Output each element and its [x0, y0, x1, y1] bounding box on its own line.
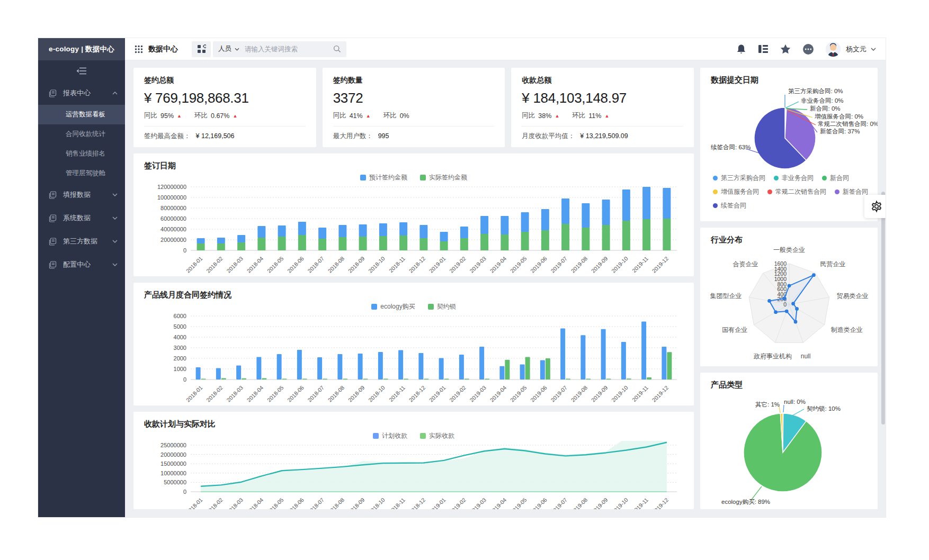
sidebar-item-sales-ranking[interactable]: 销售业绩排名 — [38, 144, 125, 164]
sidebar-item-data-entry[interactable]: 填报数据 — [38, 183, 125, 206]
svg-text:2019-08: 2019-08 — [570, 496, 589, 509]
notifications-bell-icon[interactable] — [736, 44, 746, 55]
grouped-bar-chart-canvas[interactable]: 01000200030004000500060002018-012018-022… — [144, 312, 683, 405]
svg-text:政府事业机构: 政府事业机构 — [754, 353, 792, 360]
documents-icon — [49, 238, 57, 246]
svg-text:5000: 5000 — [174, 323, 186, 330]
legend-swatch — [713, 203, 718, 208]
svg-text:2018-09: 2018-09 — [347, 255, 366, 274]
svg-text:2019-08: 2019-08 — [570, 255, 589, 274]
documents-icon — [49, 89, 57, 97]
chevron-down-icon — [112, 216, 118, 220]
pie-callout-label: 续签合同: 63% — [711, 143, 751, 151]
svg-text:2018-12: 2018-12 — [408, 384, 427, 403]
area-line-chart-canvas[interactable]: 0500000010000000150000002000000025000000… — [144, 441, 683, 509]
svg-text:2018-12: 2018-12 — [408, 255, 427, 274]
sidebar-item-report-center[interactable]: 报表中心 — [38, 82, 125, 105]
svg-text:2019-11: 2019-11 — [631, 255, 649, 274]
more-options-icon[interactable] — [802, 43, 814, 55]
chevron-down-icon[interactable] — [871, 48, 876, 51]
favorite-star-icon[interactable] — [780, 44, 791, 54]
svg-text:2018-11: 2018-11 — [388, 496, 406, 509]
svg-text:2019-07: 2019-07 — [549, 496, 568, 509]
svg-text:2019-05: 2019-05 — [509, 496, 528, 509]
sidebar-item-management-cockpit[interactable]: 管理层驾驶舱 — [38, 164, 125, 183]
svg-text:2018-09: 2018-09 — [347, 384, 366, 403]
sidebar-item-operations-dashboard[interactable]: 运营数据看板 — [38, 105, 125, 124]
svg-text:2018-09: 2018-09 — [347, 496, 366, 509]
svg-text:2018-07: 2018-07 — [306, 255, 325, 274]
chart-legend: ecology购买契约锁 — [144, 301, 683, 312]
legend-item[interactable]: ecology购买 — [371, 302, 415, 311]
pie-chart-canvas[interactable]: 第三方采购合同: 0%非业务合同: 0%新合同: 0%增值服务合同: 0%常规二… — [700, 87, 878, 172]
svg-text:2019-06: 2019-06 — [529, 384, 548, 403]
search-category-select[interactable]: 人员 — [218, 44, 231, 53]
kpi-value: ¥ 769,198,868.31 — [144, 90, 306, 106]
dashboard-content: 签约总额 ¥ 769,198,868.31 同比95%▲ 环比0.67%▲ 签约… — [125, 60, 886, 517]
svg-text:2019-01: 2019-01 — [428, 384, 447, 403]
radar-chart-canvas[interactable]: 16001400120010008006004002000一般类企业民营企业贸易… — [700, 245, 878, 366]
legend-item[interactable]: 实际收款 — [420, 431, 454, 440]
svg-text:25000000: 25000000 — [160, 442, 186, 448]
module-switcher-button[interactable] — [192, 41, 211, 57]
sidebar-item-system-data[interactable]: 系统数据 — [38, 206, 125, 230]
legend-item[interactable]: 续签合同 — [713, 201, 746, 210]
dashboard-layout-icon[interactable] — [758, 44, 769, 53]
sidebar-item-config-center[interactable]: 配置中心 — [38, 253, 125, 276]
svg-text:2018-10: 2018-10 — [367, 384, 386, 403]
svg-text:2019-11: 2019-11 — [631, 496, 649, 509]
pie-callout-label: 新合同: 0% — [810, 105, 841, 113]
svg-text:2018-03: 2018-03 — [225, 496, 244, 509]
svg-text:2018-01: 2018-01 — [185, 255, 204, 274]
sidebar-item-contract-collection-stats[interactable]: 合同收款统计 — [38, 124, 125, 144]
search-input[interactable] — [245, 46, 333, 53]
svg-text:2019-10: 2019-10 — [610, 255, 629, 274]
legend-swatch — [420, 175, 426, 180]
sidebar-item-third-party-data[interactable]: 第三方数据 — [38, 230, 125, 253]
svg-text:2018-06: 2018-06 — [286, 384, 305, 403]
apps-grid-icon[interactable] — [135, 45, 143, 53]
scrollbar-track[interactable] — [881, 96, 885, 512]
pie-chart-canvas[interactable]: null: 0%契约锁: 10%ecology购买: 89%其它: 1% — [700, 391, 878, 509]
legend-item[interactable]: 新合同 — [822, 174, 849, 183]
svg-text:2018-05: 2018-05 — [266, 255, 285, 274]
settings-gear-button[interactable] — [864, 195, 886, 218]
user-name[interactable]: 杨文元 — [846, 44, 867, 54]
up-triangle-icon: ▲ — [555, 113, 559, 119]
chart-legend: 预计签约金额实际签约金额 — [144, 172, 683, 183]
chevron-down-icon[interactable] — [235, 48, 239, 51]
svg-text:40000000: 40000000 — [160, 226, 186, 232]
legend-item[interactable]: 实际签约金额 — [420, 173, 467, 182]
menu-collapse-icon[interactable] — [76, 66, 87, 76]
legend-item[interactable]: 契约锁 — [428, 302, 456, 311]
kpi-card-collection-total: 收款总额 ¥ 184,103,148.97 同比38%▲ 环比11%▲ 月度收款… — [511, 68, 694, 147]
legend-item[interactable]: 非业务合同 — [774, 174, 814, 183]
pie-card-data-submit-date: 数据提交日期 第三方采购合同: 0%非业务合同: 0%新合同: 0%增值服务合同… — [700, 68, 878, 221]
svg-text:2000: 2000 — [174, 355, 186, 362]
brand-title: e-cology | 数据中心 — [38, 38, 125, 60]
svg-text:15000000: 15000000 — [160, 460, 186, 467]
scrollbar-thumb[interactable] — [881, 192, 885, 424]
sidebar-item-label: 报表中心 — [63, 88, 112, 98]
svg-text:2019-01: 2019-01 — [428, 496, 447, 509]
page-title: 数据中心 — [148, 44, 178, 54]
up-triangle-icon: ▲ — [604, 113, 609, 119]
legend-item[interactable]: 新签合同 — [835, 187, 868, 196]
legend-item[interactable]: 常规二次销售合同 — [767, 187, 826, 196]
legend-item[interactable]: 增值服务合同 — [713, 187, 759, 196]
stacked-bar-chart-canvas[interactable]: 0200000004000000060000000800000001000000… — [144, 183, 683, 276]
svg-text:2018-11: 2018-11 — [388, 384, 406, 403]
svg-text:一般类企业: 一般类企业 — [773, 246, 805, 254]
app-window: e-cology | 数据中心 报表中心 运营数据看板 合同收款统计 销售业绩排… — [38, 38, 886, 517]
legend-item[interactable]: 第三方采购合同 — [713, 174, 765, 183]
chart-title: 数据提交日期 — [700, 68, 878, 85]
svg-text:2018-08: 2018-08 — [327, 384, 346, 403]
search-icon[interactable] — [333, 45, 341, 53]
search-bar: 人员 — [213, 41, 346, 57]
svg-text:2018-08: 2018-08 — [327, 496, 346, 509]
legend-item[interactable]: 预计签约金额 — [360, 173, 407, 182]
gear-icon — [870, 200, 883, 213]
legend-item[interactable]: 计划收款 — [373, 431, 407, 440]
svg-text:合资企业: 合资企业 — [733, 260, 758, 268]
user-avatar[interactable] — [826, 42, 841, 57]
